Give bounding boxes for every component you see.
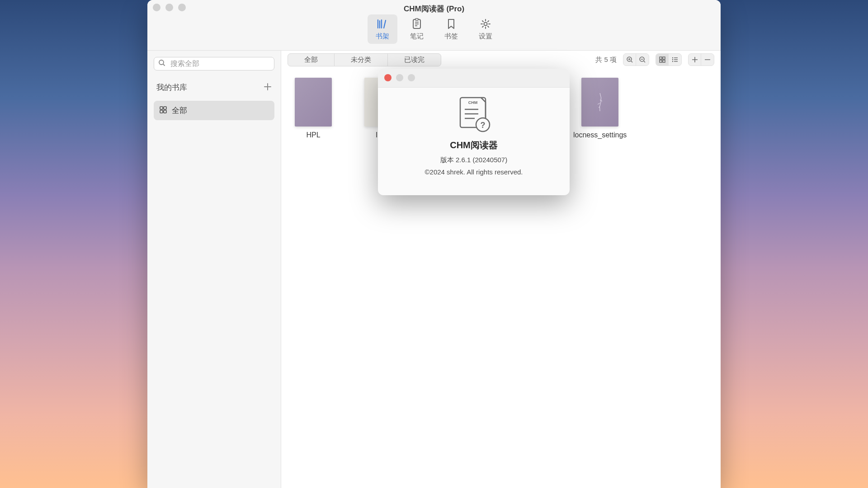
tab-notes[interactable]: 笔记	[402, 14, 432, 44]
zoom-group	[623, 53, 649, 66]
book-cover	[581, 78, 618, 127]
tab-settings-label: 设置	[479, 32, 492, 41]
gear-icon	[479, 18, 492, 30]
bookmark-icon	[445, 18, 458, 30]
window-title: CHM阅读器 (Pro)	[147, 4, 721, 14]
grid-view-button[interactable]	[656, 54, 669, 66]
svg-point-5	[484, 23, 487, 26]
tab-bookmarks[interactable]: 书签	[436, 14, 466, 44]
tab-notes-label: 笔记	[410, 32, 424, 41]
about-traffic-lights	[384, 74, 415, 81]
svg-line-7	[163, 64, 165, 66]
svg-point-29	[672, 61, 673, 62]
svg-rect-22	[663, 57, 665, 59]
titlebar: CHM阅读器 (Pro) 书架 笔记 书签	[147, 0, 721, 51]
book-name: HPL	[306, 131, 320, 139]
view-group	[656, 53, 682, 66]
svg-rect-11	[164, 107, 166, 109]
add-remove-group	[688, 53, 714, 66]
about-dialog: CHM ? CHM阅读器 版本 2.6.1 (20240507) ©2024 s…	[378, 69, 570, 195]
add-button[interactable]	[689, 54, 701, 66]
filter-tabs: 全部 未分类 已读完	[288, 53, 441, 66]
library-header: 我的书库	[154, 79, 274, 96]
book-item[interactable]: locness_settings	[573, 78, 627, 139]
svg-line-15	[631, 61, 632, 62]
notes-icon	[410, 18, 423, 30]
about-copyright: ©2024 shrek. All rights reserved.	[425, 168, 523, 176]
search-icon	[158, 59, 165, 68]
about-app-name: CHM阅读器	[450, 139, 498, 151]
about-minimize-button[interactable]	[396, 74, 403, 81]
svg-rect-24	[663, 60, 665, 62]
svg-text:CHM: CHM	[468, 100, 478, 105]
grid-icon	[159, 106, 167, 116]
remove-button[interactable]	[701, 54, 714, 66]
svg-rect-4	[415, 19, 418, 20]
book-item[interactable]: HPL	[295, 78, 332, 139]
filter-finished[interactable]: 已读完	[388, 54, 441, 66]
svg-rect-23	[660, 60, 662, 62]
about-close-button[interactable]	[384, 74, 392, 81]
add-library-button[interactable]	[264, 83, 272, 93]
svg-rect-10	[160, 107, 163, 109]
tab-settings[interactable]: 设置	[471, 14, 500, 44]
about-version: 版本 2.6.1 (20240507)	[440, 156, 507, 164]
library-icon	[376, 18, 389, 30]
search-box	[154, 57, 274, 70]
svg-point-27	[672, 59, 673, 60]
svg-text:?: ?	[481, 121, 486, 130]
filter-all[interactable]: 全部	[288, 54, 335, 66]
tab-library-label: 书架	[376, 32, 389, 41]
sidebar-item-all[interactable]: 全部	[154, 101, 274, 120]
svg-point-25	[672, 57, 673, 58]
tab-library[interactable]: 书架	[368, 14, 397, 44]
filter-uncategorized[interactable]: 未分类	[335, 54, 388, 66]
about-titlebar	[378, 69, 570, 88]
sidebar-item-label: 全部	[172, 105, 187, 116]
list-view-button[interactable]	[669, 54, 681, 66]
about-maximize-button[interactable]	[408, 74, 415, 81]
zoom-out-button[interactable]	[636, 54, 649, 66]
item-count: 共 5 项	[595, 56, 617, 64]
tab-bookmarks-label: 书签	[444, 32, 458, 41]
main-tabs: 书架 笔记 书签 设置	[147, 14, 721, 44]
zoom-in-button[interactable]	[623, 54, 636, 66]
sidebar: 我的书库 全部	[147, 51, 281, 488]
library-title: 我的书库	[156, 82, 187, 93]
book-name: locness_settings	[573, 131, 627, 139]
svg-line-19	[644, 61, 645, 62]
content-toolbar: 全部 未分类 已读完 共 5 项	[281, 51, 721, 69]
svg-rect-21	[660, 57, 662, 59]
search-input[interactable]	[154, 57, 274, 70]
app-icon: CHM ?	[456, 96, 492, 134]
svg-rect-13	[164, 110, 166, 113]
book-cover	[295, 78, 332, 127]
svg-rect-12	[160, 110, 163, 113]
about-content: CHM ? CHM阅读器 版本 2.6.1 (20240507) ©2024 s…	[378, 88, 570, 184]
